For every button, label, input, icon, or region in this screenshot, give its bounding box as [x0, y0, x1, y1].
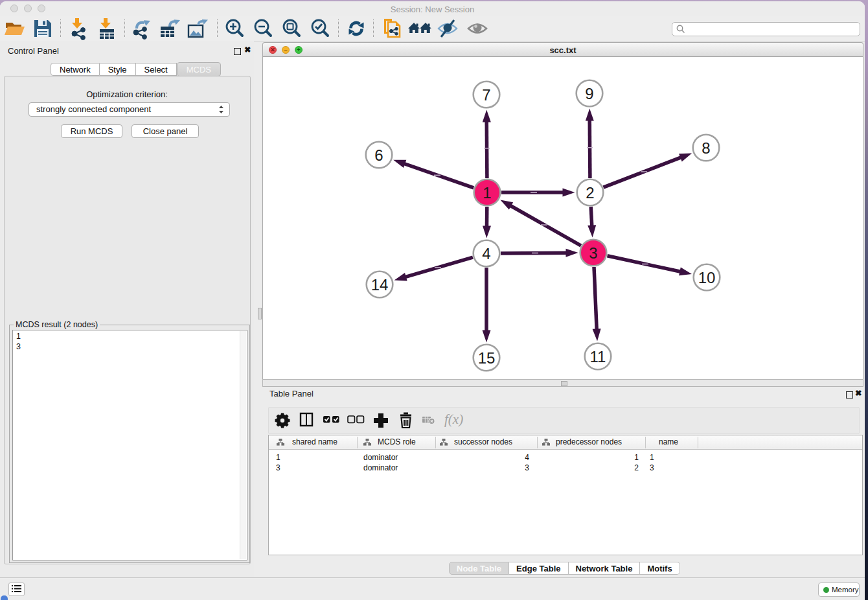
svg-text:11: 11 [590, 348, 606, 365]
svg-text:6: 6 [374, 146, 383, 164]
svg-text:4: 4 [482, 245, 490, 262]
svg-text:3: 3 [589, 244, 597, 262]
svg-text:7: 7 [482, 86, 490, 104]
svg-text:2: 2 [586, 184, 594, 202]
svg-text:f(x): f(x) [444, 411, 463, 427]
svg-text:9: 9 [585, 85, 593, 102]
svg-text:1: 1 [483, 184, 491, 202]
svg-text:8: 8 [702, 139, 710, 157]
svg-text:10: 10 [698, 269, 716, 286]
svg-text:15: 15 [478, 349, 496, 367]
svg-text:14: 14 [371, 276, 389, 294]
